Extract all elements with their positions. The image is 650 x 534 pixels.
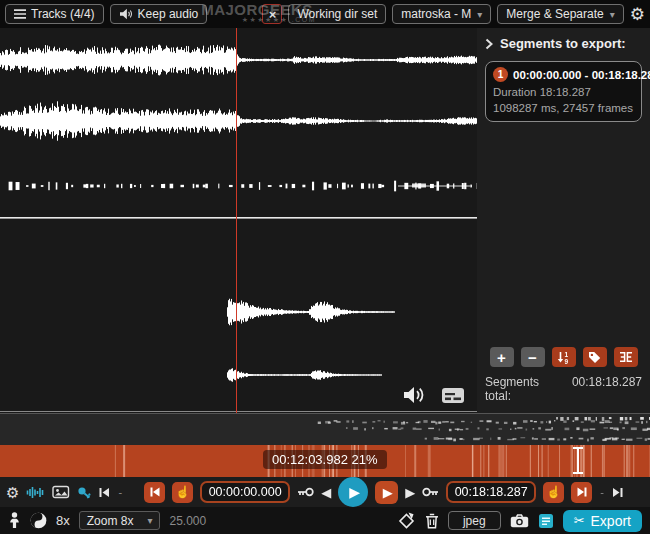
segment-mode-select[interactable]: Merge & Separate ▾ [497,4,623,24]
scissors-icon: ✂ [574,513,585,528]
play-reverse-icon[interactable]: ◀ [321,485,331,500]
hand-up-icon: ☝ [175,485,190,499]
segments-panel-header[interactable]: Segments to export: [485,36,642,51]
waveform-canvas [0,28,477,413]
segment-end-time-field[interactable] [446,481,536,503]
segments-total-label: Segments total: [485,375,564,403]
settings-gear-icon[interactable]: ⚙ [630,6,645,23]
next-keyframe-icon[interactable] [422,487,439,497]
keyframe-mode-icon[interactable] [77,486,92,499]
segment-card-header: 1 00:00:00.000 - 00:18:18.287 [493,67,634,82]
timecode-dash: - [117,486,123,498]
edit-list-icon[interactable] [538,513,554,529]
zoom-select[interactable]: Zoom 8x ▾ [79,511,161,530]
hamburger-icon [14,9,26,19]
seekbar-cursor-marker[interactable] [572,447,584,474]
chevron-right-icon [485,38,493,50]
advanced-view-baby-icon[interactable] [8,512,21,529]
zoom-level-badge: 8x [56,513,70,528]
sort-segments-button[interactable]: 1 9 [552,347,576,367]
play-button[interactable]: ▶ [338,477,368,507]
tracks-button-label: Tracks (4/4) [31,7,95,21]
rotation-icon[interactable] [397,512,416,529]
capture-format-button[interactable]: jpeg [448,511,501,530]
seekbar-timeline[interactable]: 00:12:03.982 21% [0,445,650,477]
jump-segment-end-button[interactable] [571,482,592,503]
capture-format-value: jpeg [463,514,486,528]
timeline-overview-strip[interactable] [0,413,650,445]
close-icon: × [269,7,277,22]
segments-panel: Segments to export: 1 00:00:00.000 - 00:… [477,28,650,413]
play-icon: ▶ [383,485,393,500]
close-file-button[interactable]: × [262,4,282,24]
chevron-down-icon: ▾ [477,9,482,20]
lossless-cut-window: Tracks (4/4) Keep audio × Working dir se… [0,0,650,534]
chevron-down-icon: ▾ [147,515,152,526]
fps-readout: 25.000 [169,514,206,528]
theme-yinyang-icon[interactable] [30,512,47,529]
working-dir-button[interactable]: Working dir set [288,4,386,24]
tracks-button[interactable]: Tracks (4/4) [5,4,104,24]
thumbnails-icon[interactable] [52,485,70,499]
split-segments-icon [619,351,633,363]
segment-range: 00:00:00.000 - 00:18:18.287 [513,69,650,81]
zoom-select-value: Zoom 8x [87,514,134,528]
segment-details: 1098287 ms, 27457 frames [493,101,634,117]
segment-card[interactable]: 1 00:00:00.000 - 00:18:18.287 Duration 1… [485,61,642,122]
keep-audio-label: Keep audio [138,7,199,21]
waveform-view[interactable] [0,28,477,413]
set-segment-start-button[interactable]: ☝ [172,482,193,503]
jump-segment-start-button[interactable] [144,482,165,503]
segment-start-time-field[interactable] [200,481,290,503]
speaker-icon [119,8,133,20]
invert-segments-button[interactable] [614,347,638,367]
play-segment-button[interactable]: ▶ [375,481,398,504]
timecode-dash: - [599,486,605,498]
tag-icon [588,351,601,364]
output-format-select[interactable]: matroska - M ▾ [392,4,491,24]
plus-icon: + [497,350,506,365]
prev-keyframe-icon[interactable] [297,487,314,497]
sort-numeric-icon: 1 9 [557,351,570,364]
audio-track-icon[interactable] [402,385,429,405]
svg-text:9: 9 [565,357,569,364]
waveform-mode-icon[interactable] [26,485,45,500]
playhead-line [236,28,237,413]
jump-file-end-icon[interactable] [612,487,623,498]
jump-file-start-icon[interactable] [99,487,110,498]
minus-icon: − [528,350,537,365]
trash-icon[interactable] [425,513,439,529]
working-dir-label: Working dir set [297,7,377,21]
hand-up-icon: ☝ [546,485,561,499]
playback-position-tooltip: 00:12:03.982 21% [263,450,387,469]
export-button-label: Export [591,513,631,529]
bottom-toolbar: 8x Zoom 8x ▾ 25.000 jpeg [0,507,650,534]
output-format-value: matroska - M [401,7,471,21]
segment-number-badge: 1 [493,67,508,82]
segment-actions: + − 1 9 [485,347,642,367]
transport-controls: ⚙ - ☝ [0,477,650,507]
camera-snapshot-icon[interactable] [510,514,529,528]
keep-audio-button[interactable]: Keep audio [110,4,208,24]
overview-canvas [0,414,650,445]
segment-mode-value: Merge & Separate [506,7,603,21]
segments-total-value: 00:18:18.287 [572,375,642,403]
label-segment-button[interactable] [583,347,607,367]
segments-panel-title: Segments to export: [500,36,626,51]
play-forward-icon[interactable]: ▶ [405,485,415,500]
subtitle-track-icon[interactable] [441,387,465,404]
set-segment-end-button[interactable]: ☝ [543,482,564,503]
play-icon: ▶ [349,484,360,500]
track-corner-icons [402,385,465,405]
remove-segment-button[interactable]: − [521,347,545,367]
export-button[interactable]: ✂ Export [563,510,642,532]
segment-duration: Duration 18:18.287 [493,85,634,101]
settings-gear-icon[interactable]: ⚙ [6,485,19,500]
add-segment-button[interactable]: + [490,347,514,367]
segments-total: Segments total: 00:18:18.287 [485,375,642,403]
top-toolbar: Tracks (4/4) Keep audio × Working dir se… [0,0,650,28]
chevron-down-icon: ▾ [610,9,615,20]
